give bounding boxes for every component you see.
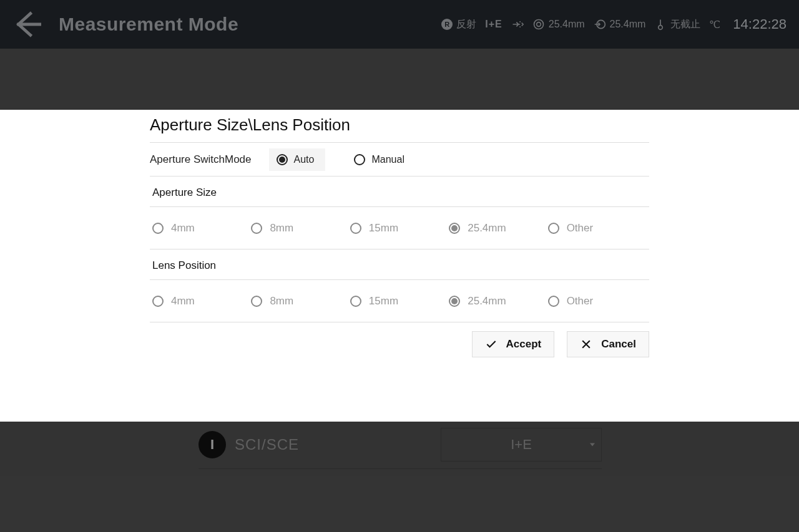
radio-icon [350,296,361,307]
check-icon [485,338,498,351]
radio-icon [449,223,460,234]
content-band-top [0,49,799,110]
radio-icon [354,154,365,165]
option-label: 4mm [171,222,195,235]
accept-label: Accept [506,338,542,351]
switch-mode-auto-label: Auto [294,154,315,165]
option-label: 25.4mm [468,222,506,235]
lens-position-label: Lens Position [150,249,649,280]
scisce-label: SCI/SCE [235,436,299,453]
info-badge-icon: I [199,431,226,458]
reflect-badge-icon: R [441,19,453,30]
temp-unit: ℃ [709,19,720,31]
aperture-option-4mm[interactable]: 4mm [152,222,251,235]
reflect-label: 反射 [456,18,476,31]
divider [199,468,602,469]
switch-mode-auto[interactable]: Auto [269,148,326,171]
status-reflect: R 反射 [441,18,476,31]
lens-position-options: 4mm8mm15mm25.4mmOther [150,280,649,322]
switch-mode-manual[interactable]: Manual [346,148,415,171]
cancel-label: Cancel [601,338,636,351]
switch-mode-manual-label: Manual [371,154,404,165]
accept-button[interactable]: Accept [472,331,555,357]
dropdown-value: I+E [511,437,532,453]
clock: 14:22:28 [733,16,787,32]
option-label: 25.4mm [468,295,506,307]
close-icon [580,338,592,351]
aperture-1-value: 25.4mm [549,19,585,30]
option-label: 4mm [171,295,195,307]
radio-icon [277,154,288,165]
aperture-option-8mm[interactable]: 8mm [251,222,350,235]
dialog-buttons: Accept Cancel [150,322,649,357]
radio-icon [548,223,559,234]
radio-icon [449,296,460,307]
lens-option-25-4mm[interactable]: 25.4mm [449,295,547,307]
lens-option-4mm[interactable]: 4mm [152,295,251,307]
page-title: Measurement Mode [59,14,238,35]
radio-icon [350,223,361,234]
radio-icon [251,223,262,234]
thermometer-icon [654,18,667,31]
back-button[interactable] [12,10,41,39]
switch-mode-label: Aperture SwitchMode [150,153,252,166]
status-ie: I+E [485,19,502,30]
cutoff-label: 无截止 [670,18,700,31]
svg-point-1 [536,22,541,27]
lens-option-8mm[interactable]: 8mm [251,295,350,307]
option-label: 8mm [270,222,293,235]
option-label: 15mm [369,295,398,307]
cancel-button[interactable]: Cancel [567,331,649,357]
svg-point-0 [534,20,543,29]
radio-icon [548,296,559,307]
aperture-dialog: Aperture Size\Lens Position Aperture Swi… [150,115,649,357]
lens-option-Other[interactable]: Other [548,295,647,307]
switch-mode-row: Aperture SwitchMode Auto Manual [150,143,649,177]
radio-icon [251,296,262,307]
aperture-option-25-4mm[interactable]: 25.4mm [449,222,547,235]
scisce-dropdown[interactable]: I+E [441,428,602,462]
aperture-option-Other[interactable]: Other [548,222,647,235]
status-aperture-2: 25.4mm [594,18,646,31]
usb-icon [511,18,524,31]
back-arrow-icon [12,10,41,39]
lens-option-15mm[interactable]: 15mm [350,295,449,307]
aperture-size-label: Aperture Size [150,177,649,207]
status-aperture-1: 25.4mm [532,18,585,31]
dialog-title: Aperture Size\Lens Position [150,115,649,135]
aperture-size-options: 4mm8mm15mm25.4mmOther [150,207,649,249]
option-label: 8mm [270,295,293,307]
status-bar: R 反射 I+E 25.4mm 25.4mm 无截止 ℃ 14:22:28 [441,16,787,32]
aperture-icon [532,18,545,31]
scisce-row: I SCI/SCE I+E [199,429,602,460]
option-label: Other [567,295,594,307]
aperture-option-15mm[interactable]: 15mm [350,222,449,235]
aperture-2-value: 25.4mm [610,19,646,30]
target-enter-icon [594,18,606,31]
topbar: Measurement Mode R 反射 I+E 25.4mm 25.4mm … [0,0,799,49]
option-label: Other [567,222,594,235]
radio-icon [152,296,164,307]
chevron-down-icon [590,443,595,447]
radio-icon [152,223,164,234]
status-cutoff: 无截止 [654,18,700,31]
option-label: 15mm [369,222,398,235]
